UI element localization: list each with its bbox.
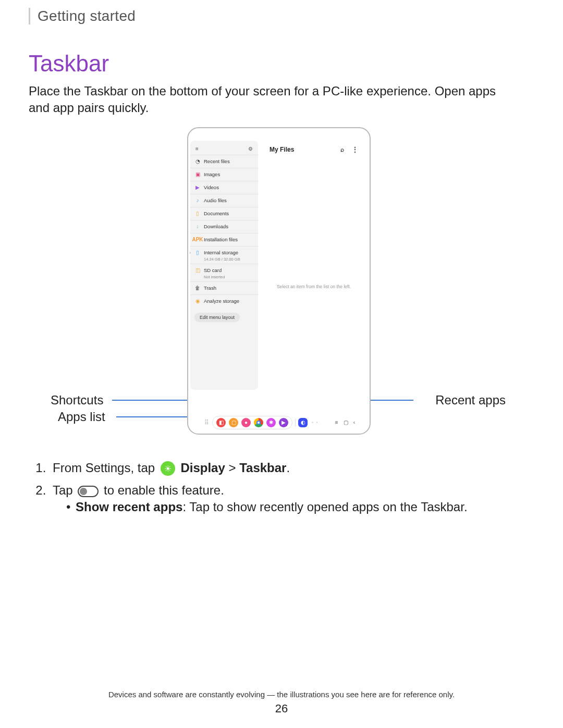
sidebar-item-label: Audio files <box>204 198 227 203</box>
sidebar-item-label: Analyze storage <box>204 298 239 304</box>
footer-note: Devices and software are constantly evol… <box>0 690 563 699</box>
intro-text: Place the Taskbar on the bottom of your … <box>29 83 498 117</box>
sidebar-item-apk[interactable]: APKInstallation files <box>190 233 258 246</box>
sidebar-item-audio[interactable]: ♪Audio files <box>190 194 258 207</box>
sidebar-item-trash[interactable]: 🗑Trash <box>190 281 258 294</box>
step-bold: Display <box>180 461 225 475</box>
step-text: . <box>286 461 290 475</box>
sidebar-item-label: Videos <box>204 184 219 190</box>
page-title: Taskbar <box>29 51 534 77</box>
display-settings-icon: ☀ <box>161 461 175 476</box>
taskbar-recent-pair[interactable]: ◦◦ <box>310 419 320 426</box>
analyze-icon: ◉ <box>194 298 201 304</box>
nav-back-icon[interactable]: ‹ <box>353 419 355 425</box>
phone-icon: ▯ <box>194 250 201 256</box>
step-text: Tap <box>53 483 76 497</box>
gear-icon[interactable]: ⚙ <box>248 146 253 152</box>
sidebar-item-label: SD card <box>204 267 222 273</box>
apps-grid-icon[interactable]: ⠿ <box>203 419 210 426</box>
trash-icon: 🗑 <box>194 285 201 291</box>
step-1: From Settings, tap ☀ Display > Taskbar. <box>50 461 534 476</box>
sidebar-item-label: Installation files <box>204 237 238 242</box>
music-icon: ♪ <box>194 198 201 204</box>
page-number: 26 <box>0 702 563 715</box>
sidebar-item-documents[interactable]: ▯Documents <box>190 207 258 220</box>
sidebar-item-label: Images <box>204 171 220 177</box>
sidebar-item-label: Internal storage <box>204 250 238 255</box>
breadcrumb-wrap: Getting started <box>29 8 534 24</box>
main-title: My Files <box>270 146 294 153</box>
taskbar-app-icon[interactable]: ▶ <box>279 418 288 427</box>
bullet-label: Show recent apps <box>76 500 182 514</box>
step-text: From Settings, tap <box>53 461 158 475</box>
taskbar-app-icon[interactable] <box>254 418 263 427</box>
sidebar-item-downloads[interactable]: ↓Downloads <box>190 220 258 233</box>
nav-recent-icon[interactable]: ≡ <box>335 419 338 425</box>
step-text: > <box>228 461 239 475</box>
callout-recent: Recent apps <box>435 393 506 408</box>
sidebar-item-recent[interactable]: ◔Recent files <box>190 155 258 168</box>
main-hint: Select an item from the list on the left… <box>261 284 366 289</box>
bullet-text: : Tap to show recently opened apps on th… <box>182 500 467 514</box>
step-2: Tap to enable this feature. Show recent … <box>50 483 534 514</box>
files-sidebar: ≡ ⚙ ◔Recent files ▣Images ▶Videos ♪Audio… <box>190 141 258 390</box>
apk-icon: APK <box>194 237 201 243</box>
sidebar-item-label: Recent files <box>204 158 230 164</box>
sidebar-item-images[interactable]: ▣Images <box>190 168 258 181</box>
image-icon: ▣ <box>194 171 201 178</box>
search-icon[interactable]: ⌕ <box>340 146 344 153</box>
edit-menu-button[interactable]: Edit menu layout <box>194 313 240 322</box>
taskbar-app-icon[interactable]: ◧ <box>216 418 226 427</box>
breadcrumb: Getting started <box>38 8 534 24</box>
files-main: My Files ⌕ ⋮ Select an item from the lis… <box>261 141 366 390</box>
taskbar-recent-app-icon[interactable]: ◐ <box>298 418 308 427</box>
video-icon: ▶ <box>194 184 201 191</box>
taskbar-app-icon[interactable]: ✱ <box>266 418 276 427</box>
callout-apps-list: Apps list <box>58 410 105 424</box>
step-bold: Taskbar <box>239 461 286 475</box>
taskbar-app-icon[interactable]: ● <box>241 418 251 427</box>
sidebar-item-label: Downloads <box>204 224 228 229</box>
hamburger-icon[interactable]: ≡ <box>195 146 199 152</box>
instruction-list: From Settings, tap ☀ Display > Taskbar. … <box>29 461 534 515</box>
sidebar-item-label: Trash <box>204 285 216 291</box>
taskbar-app-icon[interactable]: ▢ <box>229 418 238 427</box>
callout-shortcuts: Shortcuts <box>51 393 103 408</box>
toggle-icon <box>78 486 99 497</box>
sidebar-item-analyze[interactable]: ◉Analyze storage <box>190 294 258 307</box>
sd-icon: ◫ <box>194 267 201 274</box>
clock-icon: ◔ <box>194 158 201 165</box>
figure: Shortcuts Apps list Recent apps ≡ ⚙ ◔Rec… <box>29 127 534 455</box>
device-screenshot: ≡ ⚙ ◔Recent files ▣Images ▶Videos ♪Audio… <box>187 127 371 435</box>
sd-subtext: Not inserted <box>190 275 258 279</box>
download-icon: ↓ <box>194 224 201 230</box>
taskbar-shortcuts: ◧ ▢ ● ✱ ▶ <box>212 416 292 429</box>
more-icon[interactable]: ⋮ <box>352 146 358 153</box>
step-2-bullet: Show recent apps: Tap to show recently o… <box>76 500 534 514</box>
taskbar-illustration: ⠿ ◧ ▢ ● ✱ ▶ ◐ ◦◦ ≡ ▢ ‹ <box>203 416 355 429</box>
nav-home-icon[interactable]: ▢ <box>344 419 348 425</box>
step-text: to enable this feature. <box>104 483 224 497</box>
sidebar-item-videos[interactable]: ▶Videos <box>190 181 258 194</box>
sidebar-item-label: Documents <box>204 211 229 216</box>
sidebar-item-internal[interactable]: ▯Internal storage <box>190 246 258 259</box>
nav-buttons: ≡ ▢ ‹ <box>335 419 355 425</box>
document-icon: ▯ <box>194 211 201 217</box>
